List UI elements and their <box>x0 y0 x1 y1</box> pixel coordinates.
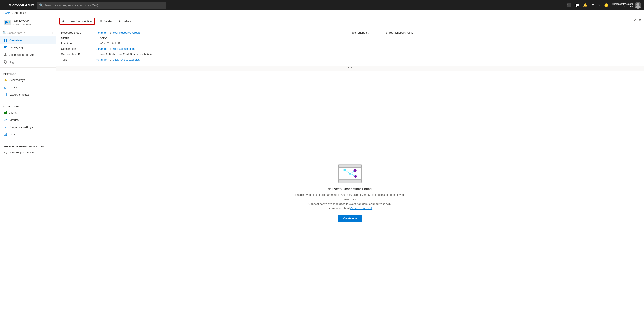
delete-icon: 🗑 <box>99 20 102 23</box>
resource-group-value[interactable]: Your-Resource-Group <box>113 31 140 34</box>
metrics-icon <box>4 118 7 122</box>
empty-state: No Event Subscriptions Found! Enable eve… <box>56 71 644 311</box>
event-subscription-button[interactable]: + + Event Subscription <box>60 18 95 24</box>
nav-label-logs: Logs <box>10 133 16 136</box>
cloud-shell-icon[interactable]: ⬛ <box>567 3 571 7</box>
avatar[interactable] <box>634 2 642 8</box>
nav-export-template[interactable]: Export template <box>0 91 56 98</box>
close-window-button[interactable]: ✕ <box>638 18 642 22</box>
svg-point-15 <box>5 54 6 55</box>
sidebar-collapse-button[interactable]: « <box>52 31 53 34</box>
help-icon[interactable]: ? <box>598 3 600 7</box>
topbar-logo: Microsoft Azure <box>8 3 34 7</box>
resource-group-sep: : <box>110 31 111 34</box>
status-value: Active <box>100 36 108 40</box>
tags-sep: : <box>110 58 111 61</box>
app-body: Home > ADT-topic ADT-top <box>0 10 644 311</box>
nav-tags[interactable]: Tags <box>0 58 56 66</box>
monitoring-divider <box>0 100 56 100</box>
search-input[interactable] <box>44 4 164 7</box>
alerts-icon <box>4 110 7 114</box>
resource-title: ADT-topic <box>13 20 31 23</box>
info-row-status: Status : Active <box>61 35 350 41</box>
logs-icon <box>4 132 7 136</box>
nav-access-keys[interactable]: Access keys <box>0 76 56 84</box>
info-row-tags: Tags (change) : Click here to add tags <box>61 57 350 62</box>
resource-group-change-link[interactable]: (change) <box>96 31 108 34</box>
nav-locks[interactable]: Locks <box>0 84 56 91</box>
empty-state-desc-line3-prefix: Learn more about <box>328 206 350 210</box>
nav-label-metrics: Metrics <box>10 118 18 122</box>
svg-point-32 <box>5 151 6 152</box>
svg-rect-10 <box>4 40 5 42</box>
subscription-change-link[interactable]: (change) <box>96 47 108 50</box>
tags-label: Tags <box>61 58 96 61</box>
info-section: Resource group (change) : Your-Resource-… <box>56 26 644 66</box>
collapse-bar[interactable]: ⌃⌃ <box>56 66 644 71</box>
svg-rect-26 <box>6 111 7 114</box>
svg-point-17 <box>4 79 6 81</box>
nav-new-support-request[interactable]: New support request <box>0 148 56 156</box>
smiley-icon[interactable]: 🙂 <box>604 3 608 7</box>
restore-window-button[interactable]: ⤢ <box>634 18 636 22</box>
nav-label-new-support-request: New support request <box>10 151 35 154</box>
svg-rect-5 <box>5 23 6 24</box>
access-keys-icon <box>4 78 7 82</box>
svg-rect-12 <box>4 46 7 47</box>
azure-event-grid-link[interactable]: Azure Event Grid. <box>350 206 372 210</box>
topic-endpoint-sep: : <box>386 31 387 34</box>
user-profile[interactable]: user@contoso.com CONTOSO <box>612 2 642 8</box>
location-label: Location <box>61 42 96 45</box>
resource-subtitle: Event Grid Topic <box>13 23 31 26</box>
svg-point-39 <box>349 172 351 175</box>
export-template-icon <box>4 92 7 96</box>
location-value: West Central US <box>100 42 121 45</box>
feedback-icon[interactable]: 💬 <box>575 3 580 7</box>
empty-state-desc-line2: Connect native event sources to event ha… <box>308 202 392 206</box>
support-divider <box>0 140 56 140</box>
nav-label-diagnostic-settings: Diagnostic settings <box>10 126 33 129</box>
settings-icon[interactable]: ⚙ <box>592 3 594 7</box>
refresh-button[interactable]: ↻ Refresh <box>116 18 135 24</box>
breadcrumb-separator: > <box>12 12 13 15</box>
breadcrumb-home[interactable]: Home <box>4 12 10 15</box>
subscription-label: Subscription <box>61 47 96 50</box>
nav-label-activity-log: Activity log <box>10 46 23 49</box>
delete-button[interactable]: 🗑 Delete <box>96 18 114 24</box>
nav-label-export-template: Export template <box>10 93 29 96</box>
nav-diagnostic-settings[interactable]: Diagnostic settings <box>0 124 56 131</box>
subscription-value[interactable]: Your-Subscription <box>113 47 134 50</box>
nav-access-control[interactable]: Access control (IAM) <box>0 51 56 58</box>
activity-log-icon <box>4 46 7 49</box>
create-one-button[interactable]: Create one <box>338 215 362 222</box>
tags-value[interactable]: Click here to add tags <box>113 58 140 61</box>
topbar-icons: ⬛ 💬 🔔 ⚙ ? 🙂 user@contoso.com CONTOSO <box>567 2 642 8</box>
nav-alerts[interactable]: Alerts <box>0 109 56 116</box>
event-subscription-label: + Event Subscription <box>66 20 92 23</box>
locks-icon <box>4 85 7 89</box>
svg-rect-31 <box>4 133 7 136</box>
menu-icon[interactable]: ☰ <box>2 3 6 8</box>
info-row-location: Location : West Central US <box>61 41 350 46</box>
sidebar-search-input[interactable] <box>7 31 50 34</box>
support-section-label: Support + troubleshooting <box>0 142 56 148</box>
svg-point-41 <box>354 169 357 172</box>
svg-rect-20 <box>4 87 6 88</box>
nav-metrics[interactable]: Metrics <box>0 116 56 124</box>
tags-change-link[interactable]: (change) <box>96 58 108 61</box>
nav-overview[interactable]: Overview <box>0 36 56 44</box>
nav-activity-log[interactable]: Activity log <box>0 44 56 51</box>
svg-rect-24 <box>4 112 5 114</box>
svg-rect-25 <box>5 112 6 114</box>
refresh-icon: ↻ <box>119 20 121 23</box>
svg-rect-35 <box>339 180 362 183</box>
resource-header: ADT-topic Event Grid Topic <box>0 16 56 29</box>
status-label: Status <box>61 36 96 40</box>
new-support-request-icon <box>4 150 7 154</box>
svg-point-16 <box>4 61 5 62</box>
notifications-icon[interactable]: 🔔 <box>583 3 588 7</box>
resource-icon <box>4 19 11 26</box>
nav-logs[interactable]: Logs <box>0 131 56 138</box>
status-sep: : <box>97 36 98 40</box>
content-area: ADT-topic Event Grid Topic 🔍 « Overview <box>0 16 644 311</box>
